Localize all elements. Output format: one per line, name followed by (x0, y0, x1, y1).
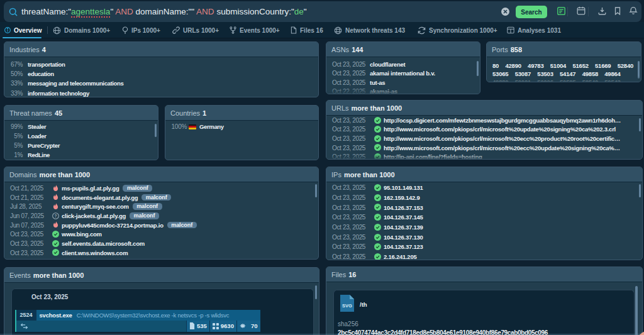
svg-text:?: ? (54, 214, 57, 218)
svg-text:SVG: SVG (342, 303, 352, 309)
